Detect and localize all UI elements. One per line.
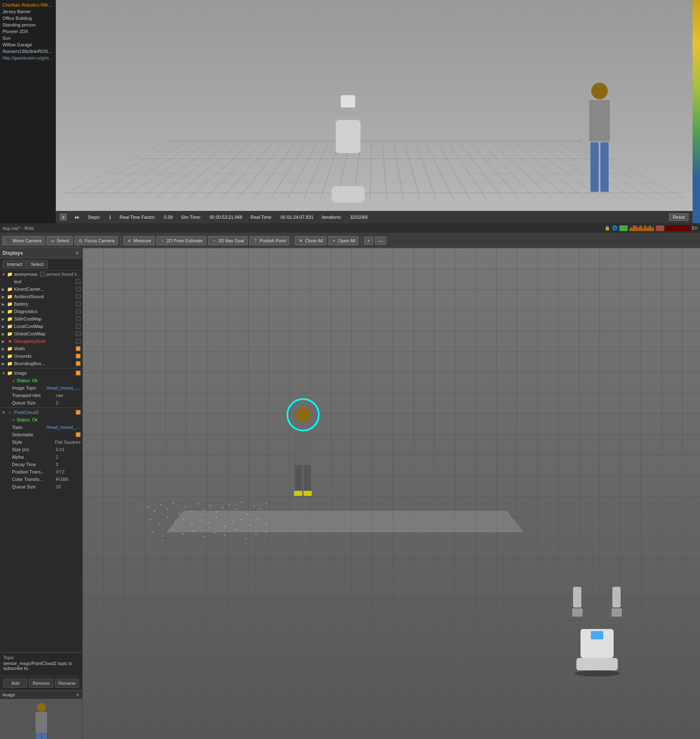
checkbox-selectable[interactable]: ✓ [76,432,81,437]
model-list-item-chieftain[interactable]: Chieftain Robotics RMU... [0,2,56,8]
tree-row-pointcloud2[interactable]: ▼ ☆ PointCloud2 ✓ [0,409,82,416]
model-list-item-pioneer[interactable]: Pioneer 2DX [0,28,56,35]
expand-diagnostics[interactable]: ▶ [2,309,6,314]
tree-row-image-topic[interactable]: Image Topic /head_mount_.... [5,384,82,392]
expand-image[interactable]: ▼ [2,371,6,375]
pause-button[interactable]: ⏸ [60,214,67,220]
check-icon-image: ✓ [12,378,15,383]
checkbox-walls[interactable]: ✓ [76,346,81,351]
move-camera-button[interactable]: 🎥 Move Camera [2,236,45,245]
expand-ambient[interactable]: ▶ [2,294,6,299]
rename-button[interactable]: Rename [55,679,79,688]
close-all-button[interactable]: ✕ Close All [295,236,326,245]
expand-battery[interactable]: ▶ [2,302,6,306]
gazebo-viewport[interactable]: ⏸ ⏭ Steps: 1 Real Time Factor: 0.58 Sim … [56,0,693,223]
checkbox-text[interactable] [76,279,81,284]
tree-value-transport: raw [56,393,81,398]
tree-row-kinect[interactable]: ▶ 📁 KinectCamer... [0,285,82,293]
model-list-item-office[interactable]: Office Building [0,15,56,22]
interact-select-bar: Interact Select [0,258,82,270]
tree-row-text[interactable]: text [0,278,82,285]
tree-row-selectable[interactable]: Selectable ✓ [5,431,82,438]
tree-row-boundingbox[interactable]: ▶ 📁 BoundingBox... ✓ [0,360,82,367]
checkbox-ambient[interactable] [76,294,81,299]
rviz-main-viewport[interactable] [83,248,700,739]
model-list-item-jersey[interactable]: Jersey Barrier [0,8,56,15]
nav-goal-button[interactable]: → 2D Nav Goal [208,236,248,245]
expand-anonymous[interactable]: ▼ [2,272,6,277]
tree-row-battery[interactable]: ▶ 📁 Battery [0,300,82,308]
svg-point-24 [175,521,176,522]
dash-button[interactable]: — [375,237,386,245]
checkbox-localcost[interactable] [76,324,81,329]
tree-row-image[interactable]: ▼ 📁 Image ✓ [0,369,82,377]
model-list-item-gazebo[interactable]: http://gazebosim.org/models/ [0,55,56,61]
checkbox-battery[interactable] [76,301,81,306]
measure-button[interactable]: ≡ Measure [123,236,155,245]
point-cloud-area [144,499,515,581]
model-list-item-willow[interactable]: Willow Garage [0,41,56,48]
tree-value-pc2-topic[interactable]: /head_mount_.... [46,425,81,430]
add-toolbar-button[interactable]: + [364,237,373,245]
tree-row-walls[interactable]: ▶ 📁 Walls ✓ [0,345,82,352]
checkbox-kinect[interactable] [76,287,81,292]
expand-globalcost[interactable]: ▶ [2,332,6,336]
interact-button[interactable]: Interact [2,260,27,268]
image-panel-close-button[interactable]: ✕ [76,692,80,698]
tree-row-style[interactable]: Style Flat Squares [5,438,82,446]
checkbox-grounds[interactable]: ✓ [76,354,81,359]
model-list-item-standing[interactable]: Standing person [0,22,56,28]
tree-row-image-queue[interactable]: Queue Size 2 [5,399,82,407]
expand-walls[interactable]: ▶ [2,347,6,351]
displays-close-button[interactable]: ✕ [75,250,80,256]
tree-row-pc2-queue[interactable]: Queue Size 10 [5,483,82,490]
model-list-item-home[interactable]: /home/n130s/link/ROS/indi... [0,48,56,55]
tree-row-grounds[interactable]: ▶ 📁 Grounds ✓ [0,352,82,360]
checkbox-anonymous[interactable] [40,272,45,277]
tree-row-transport-hint[interactable]: Transport Hint raw [5,392,82,399]
robot-rviz-arms [572,587,622,617]
publish-point-button[interactable]: 📍 Publish Point [249,236,289,245]
expand-localcost[interactable]: ▶ [2,324,6,329]
tree-row-pc2-topic[interactable]: Topic /head_mount_.... [5,423,82,431]
focus-camera-button[interactable]: ⊙ Focus Camera [74,236,118,245]
model-list-item-sun[interactable]: Sun [0,35,56,41]
remove-button[interactable]: Remove [29,679,53,688]
tree-row-occupancy[interactable]: ▶ ✖ OccupancyGrid [0,337,82,345]
expand-boundingbox[interactable]: ▶ [2,361,6,366]
pose-estimate-button[interactable]: → 2D Pose Estimate [156,236,206,245]
tree-row-localcost[interactable]: ▶ 📁 LocalCostMap [0,323,82,330]
checkbox-pointcloud2[interactable]: ✓ [76,410,81,415]
select-button-displays[interactable]: Select [27,260,48,268]
expand-kinect[interactable]: ▶ [2,287,6,292]
tree-row-position-trans[interactable]: Position Trans... XYZ [5,468,82,476]
tree-row-size[interactable]: Size (m) 0.01 [5,446,82,453]
svg-point-32 [241,519,242,520]
step-button[interactable]: ⏭ [75,215,79,220]
expand-grounds[interactable]: ▶ [2,354,6,359]
expand-occupancy[interactable]: ▶ [2,339,6,344]
checkbox-boundingbox[interactable]: ✓ [76,361,81,366]
expand-safecost[interactable]: ▶ [2,317,6,321]
tree-row-globalcost[interactable]: ▶ 📁 GlobalCostMap [0,330,82,337]
checkbox-globalcost[interactable] [76,331,81,336]
tree-row-alpha[interactable]: Alpha 1 [5,453,82,461]
expand-pointcloud2[interactable]: ▼ [2,410,6,415]
svg-point-40 [194,530,195,531]
checkbox-occupancy[interactable] [76,339,81,344]
display-tree[interactable]: ▼ 📁 anonymous person found h... text ▶ 📁… [0,270,82,652]
tree-value-image-topic[interactable]: /head_mount_.... [46,385,81,390]
tree-row-safecost[interactable]: ▶ 📁 SafeCostMap [0,315,82,323]
tree-row-decay-time[interactable]: Decay Time 0 [5,461,82,468]
open-all-button[interactable]: + Open All [328,236,359,245]
reset-button[interactable]: Reset [669,213,688,221]
tree-row-color-transfo[interactable]: Color Transfo... RGB8 [5,476,82,483]
tree-row-diagnostics[interactable]: ▶ 📁 Diagnostics [0,308,82,315]
select-button-toolbar[interactable]: ▭ Select [46,236,73,245]
tree-row-ambient[interactable]: ▶ 📁 AmbientSound [0,293,82,300]
add-button[interactable]: Add [3,679,27,688]
tree-row-anonymous[interactable]: ▼ 📁 anonymous person found h... [0,270,82,278]
checkbox-image[interactable]: ✓ [76,371,81,375]
checkbox-diagnostics[interactable] [76,309,81,314]
checkbox-safecost[interactable] [76,316,81,321]
